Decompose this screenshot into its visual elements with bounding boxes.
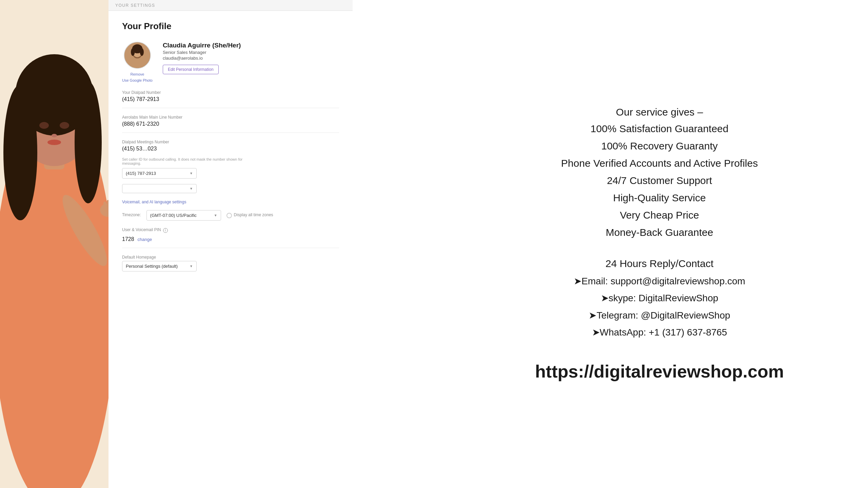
contact-item: ➤skype: DigitalReviewShop [574,290,745,307]
contact-item: ➤WhatsApp: +1 (317) 637-8765 [574,324,745,341]
svg-point-14 [39,122,49,129]
service-item: High-Quality Service [561,189,758,206]
pin-section: User & Voicemail PIN i 1728 change [122,227,339,248]
service-item: 100% Satisfaction Guaranteed [561,120,758,137]
dialpad-number-value: (415) 787-2913 [122,96,339,102]
avatar-container: Remove Use Google Photo [122,42,153,83]
woman-image [0,0,108,488]
avatar-image [124,42,150,69]
profile-section: Your Profile Remove [108,11,353,287]
pin-label: User & Voicemail PIN [122,227,161,232]
edit-personal-info-button[interactable]: Edit Personal Information [163,65,219,74]
svg-rect-21 [107,200,108,213]
second-dropdown[interactable]: ▼ [122,184,197,193]
service-item: Money-Back Guarantee [561,224,758,241]
homepage-section: Default Homepage Personal Settings (defa… [122,255,339,271]
contact-title: 24 Hours Reply/Contact [574,258,745,269]
caller-id-dropdown-value: (415) 787-2913 [126,171,156,176]
user-title: Senior Sales Manager [163,50,339,55]
website-url[interactable]: https://digitalreviewshop.com [535,361,784,382]
voicemail-ai-link[interactable]: Voicemail, and AI language settings [122,200,186,204]
remove-photo-link[interactable]: Remove [122,72,153,78]
service-list: Our service gives – 100% Satisfaction Gu… [561,106,758,241]
timezone-row: Timezone: (GMT-07:00) US/Pacific ▼ Displ… [122,210,339,221]
svg-point-6 [140,48,144,56]
pin-row: 1728 change [122,236,339,242]
caller-id-dropdown-row: (415) 787-2913 ▼ [122,168,339,179]
caller-id-dropdown-arrow: ▼ [190,171,193,175]
profile-details: Claudia Aguirre (She/Her) Senior Sales M… [163,42,339,74]
svg-point-5 [131,48,135,56]
pin-info-icon[interactable]: i [163,228,168,233]
service-item: Phone Verified Accounts and Active Profi… [561,155,758,172]
contact-item: ➤Email: support@digitalreviewshop.com [574,273,745,290]
service-intro: Our service gives – [561,106,758,118]
timezone-dropdown-arrow: ▼ [214,214,217,217]
dialpad-number-section: Your Dialpad Number (415) 787-2913 [122,90,339,108]
svg-point-12 [3,85,37,220]
main-line-section: Aerolabs Main Main Line Number (888) 671… [122,115,339,133]
second-dropdown-row: ▼ [122,184,339,193]
main-line-value: (888) 671-2320 [122,121,339,127]
timezone-label: Timezone: [122,212,141,217]
homepage-dropdown-row: Personal Settings (default) ▼ [122,261,339,271]
service-items: 100% Satisfaction Guaranteed100% Recover… [561,120,758,241]
settings-label: YOUR SETTINGS [115,3,155,8]
meetings-number-section: Dialpad Meetings Number (415) 53…023 [122,140,339,152]
svg-point-17 [47,140,61,145]
svg-point-16 [52,134,57,137]
meetings-number-value: (415) 53…023 [122,146,339,152]
change-pin-link[interactable]: change [138,237,152,242]
settings-header: YOUR SETTINGS [108,0,353,11]
meetings-number-label: Dialpad Meetings Number [122,140,339,144]
profile-panel: YOUR SETTINGS Your Profile [108,0,353,356]
svg-point-13 [75,81,102,203]
user-email: claudia@aerolabs.io [163,56,339,61]
display-all-zones-checkbox[interactable] [226,213,232,218]
display-all-zones-row: Display all time zones [226,212,273,219]
info-panel: Our service gives – 100% Satisfaction Gu… [451,0,868,488]
woman-svg [0,0,108,488]
service-item: 100% Recovery Guaranty [561,137,758,155]
homepage-value: Personal Settings (default) [126,264,178,269]
dialpad-number-label: Your Dialpad Number [122,90,339,95]
caller-id-note: Set caller ID for outbound calling. It d… [122,157,258,165]
contact-items: ➤Email: support@digitalreviewshop.com➤sk… [574,273,745,341]
display-all-zones-label: Display all time zones [234,212,273,217]
homepage-label: Default Homepage [122,255,339,260]
timezone-dropdown[interactable]: (GMT-07:00) US/Pacific ▼ [146,210,221,221]
service-item: Very Cheap Price [561,206,758,224]
contact-item: ➤Telegram: @DigitalReviewShop [574,307,745,324]
homepage-dropdown[interactable]: Personal Settings (default) ▼ [122,261,197,271]
pin-value: 1728 [122,236,134,242]
use-google-photo-link[interactable]: Use Google Photo [122,78,153,84]
main-line-label: Aerolabs Main Main Line Number [122,115,339,120]
avatar-actions: Remove Use Google Photo [122,72,153,83]
profile-title: Your Profile [122,21,339,32]
caller-id-dropdown[interactable]: (415) 787-2913 ▼ [122,168,197,179]
svg-point-15 [60,122,69,129]
second-dropdown-arrow: ▼ [190,187,193,190]
svg-rect-20 [103,202,106,214]
homepage-dropdown-arrow: ▼ [190,264,193,268]
profile-info-row: Remove Use Google Photo Claudia Aguirre … [122,42,339,83]
contact-section: 24 Hours Reply/Contact ➤Email: support@d… [574,258,745,341]
avatar [124,42,151,69]
timezone-value: (GMT-07:00) US/Pacific [150,213,197,218]
user-name: Claudia Aguirre (She/Her) [163,42,339,49]
service-item: 24/7 Customer Support [561,172,758,189]
